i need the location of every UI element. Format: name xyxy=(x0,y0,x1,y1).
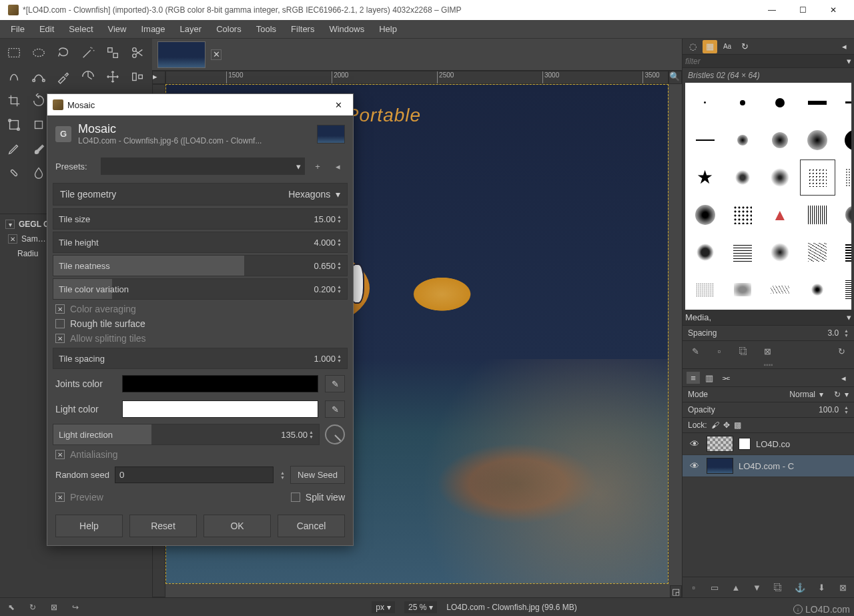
tile-color-variation-slider[interactable]: Tile color variation 0.200 ▲▼ xyxy=(53,278,348,300)
brush-item[interactable] xyxy=(724,234,761,271)
heal-tool[interactable] xyxy=(3,162,25,184)
zoom-select[interactable]: 25 %▾ xyxy=(404,601,437,613)
chevron-down-icon[interactable]: ▾ xyxy=(847,56,851,66)
spinner-icon[interactable]: ▲▼ xyxy=(844,328,849,338)
lock-alpha-icon[interactable]: ▩ xyxy=(734,420,741,430)
visibility-icon[interactable]: 👁 xyxy=(688,460,701,471)
menu-view[interactable]: View xyxy=(101,21,133,37)
brush-item[interactable] xyxy=(724,84,761,121)
dock-menu-icon[interactable]: ◂ xyxy=(837,40,851,53)
brush-item[interactable] xyxy=(799,159,836,196)
layer-name[interactable]: LO4D.com - C xyxy=(739,461,794,471)
direction-dial[interactable] xyxy=(325,424,345,444)
chevron-down-icon[interactable]: ▾ xyxy=(847,312,851,322)
refresh-brush-icon[interactable]: ↻ xyxy=(835,345,847,357)
brush-item[interactable] xyxy=(837,84,851,121)
brush-item[interactable] xyxy=(761,272,798,308)
menu-select[interactable]: Select xyxy=(62,21,99,37)
brush-item[interactable] xyxy=(724,121,761,158)
dock-menu-icon[interactable]: ◂ xyxy=(837,372,850,384)
brush-item[interactable] xyxy=(687,197,723,234)
ruler-horizontal[interactable]: 1500 2000 2500 3000 3500 xyxy=(165,71,669,84)
brush-item[interactable] xyxy=(724,272,761,308)
tile-neatness-slider[interactable]: Tile neatness 0.650 ▲▼ xyxy=(53,255,348,276)
opacity-slider[interactable]: Opacity 100.0 ▲▼ xyxy=(683,402,854,417)
edit-brush-icon[interactable]: ✎ xyxy=(689,345,701,357)
by-color-tool[interactable] xyxy=(101,41,124,64)
unified-transform-tool[interactable] xyxy=(3,113,25,136)
random-seed-input[interactable] xyxy=(115,467,274,483)
help-button[interactable]: Help xyxy=(55,515,123,537)
spinner-icon[interactable]: ▲▼ xyxy=(337,354,342,363)
channels-tab-icon[interactable]: ▥ xyxy=(703,372,716,384)
spinner-icon[interactable]: ▲▼ xyxy=(337,214,342,224)
joints-color-swatch[interactable] xyxy=(122,375,318,392)
brush-item[interactable] xyxy=(799,272,836,308)
light-direction-slider[interactable]: Light direction 135.00 ▲▼ xyxy=(53,424,320,445)
patterns-tab-icon[interactable]: ▦ xyxy=(703,40,717,53)
brush-item[interactable] xyxy=(687,84,723,121)
brush-item[interactable] xyxy=(761,121,798,158)
layer-group-icon[interactable]: ▭ xyxy=(711,581,720,593)
eyedropper-icon[interactable]: ✎ xyxy=(325,375,345,392)
new-seed-button[interactable]: New Seed xyxy=(290,466,345,484)
brush-item[interactable] xyxy=(837,197,851,234)
fonts-tab-icon[interactable]: Aa xyxy=(720,40,735,53)
add-preset-icon[interactable]: + xyxy=(310,159,325,174)
delete-brush-icon[interactable]: ⊠ xyxy=(761,345,773,357)
menu-tools[interactable]: Tools xyxy=(250,21,283,37)
scissors-tool[interactable] xyxy=(126,41,149,64)
layers-tab-icon[interactable]: ≡ xyxy=(687,372,700,384)
color-averaging-checkbox[interactable] xyxy=(55,304,65,314)
duplicate-layer-icon[interactable]: ⿻ xyxy=(773,581,783,593)
chevron-down-icon[interactable]: ▾ xyxy=(819,390,823,399)
brush-set-label[interactable]: Media, xyxy=(685,312,847,322)
menu-windows[interactable]: Windows xyxy=(322,21,371,37)
spinner-icon[interactable]: ▲▼ xyxy=(280,471,285,480)
preview-checkbox[interactable] xyxy=(55,493,65,502)
mode-select[interactable]: Mode Normal ▾ ↻ ▾ xyxy=(683,386,854,402)
spinner-icon[interactable]: ▲▼ xyxy=(337,261,342,270)
pointer-icon[interactable]: ⬉ xyxy=(5,601,17,613)
history-tab-icon[interactable]: ↻ xyxy=(737,40,752,53)
preset-menu-icon[interactable]: ◂ xyxy=(330,159,345,174)
rect-select-tool[interactable] xyxy=(3,41,25,64)
menu-colors[interactable]: Colors xyxy=(209,21,248,37)
brush-item[interactable] xyxy=(761,234,798,271)
foreground-tool[interactable] xyxy=(3,65,25,88)
layer-row[interactable]: 👁 LO4D.com - C xyxy=(683,455,854,477)
undo-history-icon[interactable]: ↻ xyxy=(27,601,39,613)
split-view-checkbox[interactable] xyxy=(291,493,300,502)
dialog-close-icon[interactable]: ✕ xyxy=(329,100,348,110)
lasso-tool[interactable] xyxy=(52,41,75,64)
lock-pixels-icon[interactable]: 🖌 xyxy=(711,420,719,430)
pencil-tool[interactable] xyxy=(3,137,25,160)
light-color-swatch[interactable] xyxy=(122,400,318,418)
spacing-slider[interactable]: Spacing 3.0 ▲▼ xyxy=(683,325,854,340)
brush-item[interactable] xyxy=(687,272,723,308)
move-tool[interactable] xyxy=(101,65,124,88)
align-tool[interactable] xyxy=(126,65,149,88)
maximize-button[interactable]: ☐ xyxy=(787,0,818,20)
option-close-icon[interactable]: ✕ xyxy=(8,234,17,244)
window-close-button[interactable]: ✕ xyxy=(818,0,849,20)
brush-item[interactable] xyxy=(799,234,836,271)
spinner-icon[interactable]: ▲▼ xyxy=(337,284,342,294)
brush-item[interactable] xyxy=(837,272,851,308)
brush-item[interactable] xyxy=(761,159,798,196)
tab-close-icon[interactable]: ✕ xyxy=(211,49,222,60)
brush-item[interactable] xyxy=(761,84,798,121)
crop-tool[interactable] xyxy=(3,89,25,112)
tile-height-slider[interactable]: Tile height 4.000 ▲▼ xyxy=(53,232,348,253)
menu-image[interactable]: Image xyxy=(134,21,171,37)
lower-layer-icon[interactable]: ▼ xyxy=(753,581,762,593)
raise-layer-icon[interactable]: ▲ xyxy=(731,581,741,593)
redo-icon[interactable]: ↪ xyxy=(69,601,81,613)
paths-tool[interactable] xyxy=(27,65,50,88)
menu-filters[interactable]: Filters xyxy=(284,21,321,37)
spinner-icon[interactable]: ▲▼ xyxy=(844,405,849,414)
brush-item[interactable]: ★ xyxy=(687,159,723,196)
brush-item[interactable] xyxy=(837,121,851,158)
antialiasing-checkbox[interactable] xyxy=(55,450,65,459)
zoom-fit-icon[interactable]: 🔍 xyxy=(669,71,682,84)
